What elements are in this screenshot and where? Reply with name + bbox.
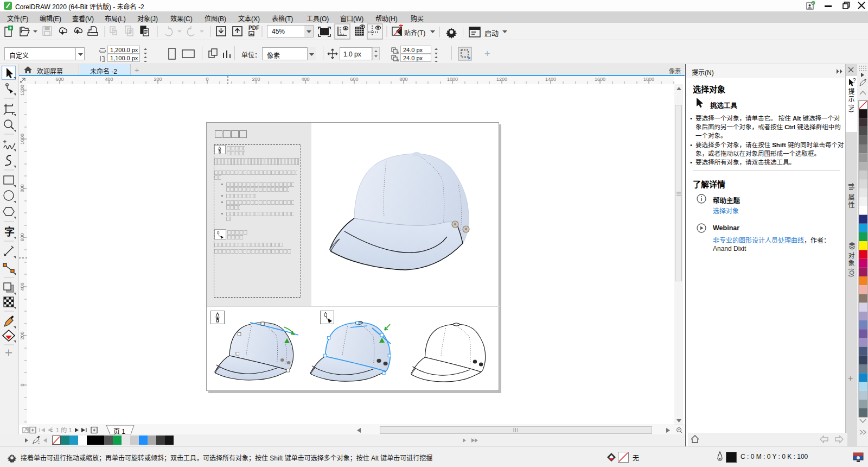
svg-text:x: x xyxy=(397,51,399,54)
svg-text:y: y xyxy=(397,58,399,62)
svg-text:?: ? xyxy=(853,78,856,84)
svg-text:1 的 1: 1 的 1 xyxy=(56,426,72,433)
svg-text:字: 字 xyxy=(4,226,15,238)
svg-text:PDF: PDF xyxy=(248,25,259,31)
